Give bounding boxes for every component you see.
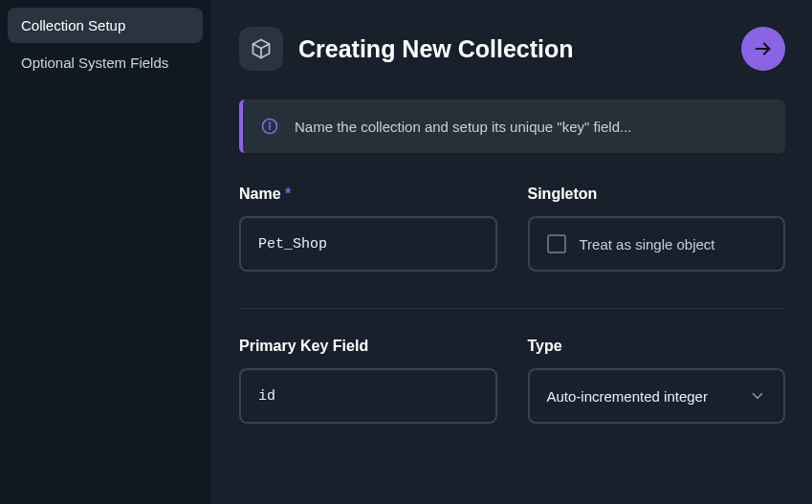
primary-key-input[interactable] [239,368,497,424]
field-name: Name * [239,186,497,272]
page-title: Creating New Collection [298,35,726,63]
next-button[interactable] [741,27,785,71]
collection-icon-box [239,27,283,71]
svg-point-3 [270,122,271,123]
type-selected-text: Auto-incremented integer [547,388,708,405]
header-row: Creating New Collection [239,27,785,71]
divider [239,308,785,309]
field-type: Type Auto-incremented integer [528,338,786,424]
info-banner-text: Name the collection and setup its unique… [295,119,632,135]
checkbox-icon [547,234,566,253]
name-label-text: Name [239,186,281,202]
sidebar-item-label: Collection Setup [21,17,125,33]
type-label: Type [528,338,786,355]
form-grid: Name * Singleton Treat as single object … [239,186,785,447]
sidebar-item-collection-setup[interactable]: Collection Setup [8,8,203,43]
field-primary-key: Primary Key Field [239,338,497,424]
main-content: Creating New Collection Name the collect… [210,0,812,504]
sidebar-item-label: Optional System Fields [21,55,168,71]
name-input[interactable] [239,216,497,272]
sidebar: Collection Setup Optional System Fields [0,0,210,504]
type-select[interactable]: Auto-incremented integer [528,368,786,424]
primary-key-label: Primary Key Field [239,338,497,355]
arrow-right-icon [753,38,774,59]
info-icon [260,117,279,136]
name-label: Name * [239,186,497,203]
sidebar-item-optional-system-fields[interactable]: Optional System Fields [8,45,203,80]
field-singleton: Singleton Treat as single object [528,186,786,272]
singleton-label: Singleton [528,186,786,203]
singleton-option-text: Treat as single object [580,236,715,252]
info-banner: Name the collection and setup its unique… [239,99,785,153]
singleton-checkbox-row[interactable]: Treat as single object [528,216,786,272]
chevron-down-icon [749,387,766,405]
required-indicator: * [285,186,291,202]
cube-icon [250,37,273,60]
